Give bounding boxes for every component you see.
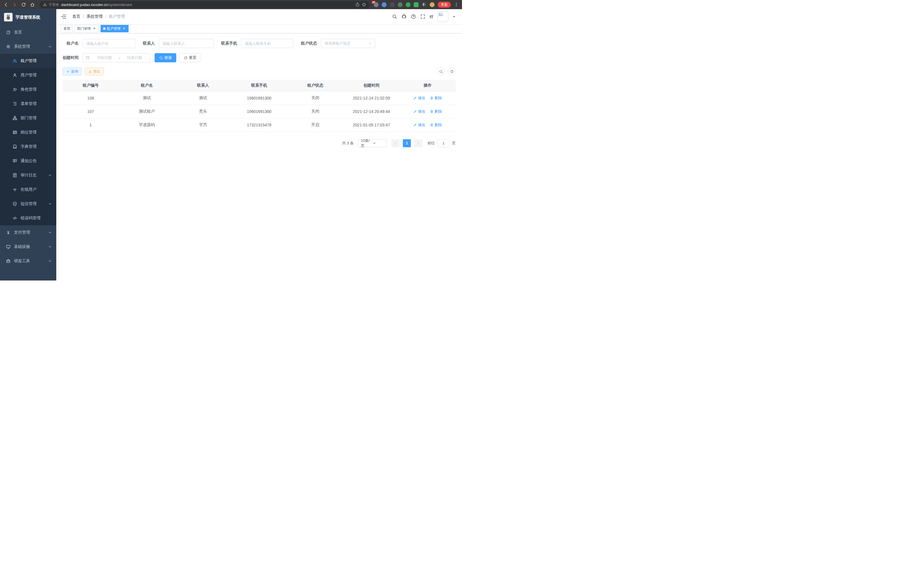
browser-menu-icon[interactable] — [454, 2, 459, 7]
font-size-icon[interactable]: tT — [430, 14, 433, 19]
contact-label: 联系人 — [143, 41, 159, 46]
sidebar-item-system[interactable]: 系统管理 — [0, 39, 56, 54]
search-button[interactable]: 搜索 — [154, 53, 176, 62]
notice-icon — [13, 159, 17, 163]
phone-input[interactable] — [241, 39, 293, 48]
address-bar[interactable]: 不安全 dashboard.yudao.iocoder.cn/system/te… — [39, 1, 370, 8]
filter-form: 租户名 联系人 联系手机 租户状态 — [63, 39, 456, 62]
extension-badged-icon[interactable]: 10 — [374, 2, 379, 7]
next-page-button[interactable] — [414, 139, 422, 147]
security-label[interactable]: 不安全 — [49, 2, 59, 7]
update-button[interactable]: 更新 — [438, 2, 451, 8]
create-time-range-picker[interactable]: 开始日期 - 结束日期 — [82, 53, 151, 62]
avatar[interactable] — [437, 11, 448, 22]
sidebar-item-dict[interactable]: 字典管理 — [0, 140, 56, 154]
extension-muted-green-icon[interactable] — [398, 2, 403, 7]
sidebar-item-online-user[interactable]: 在线用户 — [0, 182, 56, 197]
tab-tenant[interactable]: 租户管理× — [100, 25, 129, 32]
table-row: 108测试测试15601691300关闭2021-12-14 21:02:09修… — [63, 91, 456, 105]
search-icon[interactable] — [392, 14, 397, 19]
cell-phone: 15601691300 — [231, 105, 287, 118]
sidebar-item-audit-log[interactable]: 审计日志 — [0, 168, 56, 182]
cell-created: 2021-12-14 21:02:09 — [344, 91, 400, 105]
breadcrumb: 首页/系统管理/租户管理 — [72, 14, 125, 19]
sidebar-item-home[interactable]: 首页 — [0, 25, 56, 39]
prev-page-button[interactable] — [392, 139, 399, 147]
sidebar-item-infra[interactable]: 基础设施 — [0, 240, 56, 254]
github-icon[interactable] — [401, 14, 406, 19]
browser-extensions-area: 10 更新 — [372, 2, 459, 8]
share-icon[interactable] — [355, 2, 360, 7]
tab-close-icon[interactable]: × — [92, 27, 96, 31]
column-header: 租户编号 — [63, 80, 119, 91]
sidebar-item-label: 岗位管理 — [21, 130, 52, 135]
sidebar-item-role[interactable]: 角色管理 — [0, 82, 56, 97]
forward-icon — [12, 2, 17, 7]
hamburger-icon[interactable] — [61, 14, 67, 20]
sidebar-item-user[interactable]: 用户管理 — [0, 68, 56, 82]
sidebar-item-dept[interactable]: 部门管理 — [0, 111, 56, 125]
tenant-status-select[interactable]: 请选择租户状态 — [321, 39, 375, 48]
tenant-name-input[interactable] — [82, 39, 135, 48]
reset-button[interactable]: 重置 — [179, 53, 201, 62]
edit-button[interactable]: 修改 — [413, 122, 425, 128]
sidebar-item-label: 错误码管理 — [21, 216, 52, 221]
extensions-puzzle-icon[interactable] — [422, 2, 427, 7]
refresh-table-button[interactable] — [448, 68, 456, 75]
extension-blue-drop-icon[interactable] — [382, 2, 387, 7]
calendar-icon — [86, 56, 90, 60]
toggle-search-button[interactable] — [437, 68, 445, 75]
infra-icon — [6, 244, 10, 249]
reload-icon[interactable] — [21, 2, 26, 7]
back-icon[interactable] — [3, 2, 8, 7]
edit-button[interactable]: 修改 — [413, 96, 425, 101]
active-tab-dot — [103, 27, 105, 30]
sidebar-item-payment[interactable]: 支付管理 — [0, 225, 56, 240]
add-button-label: 新增 — [71, 69, 78, 74]
sidebar-item-notice[interactable]: 通知公告 — [0, 154, 56, 168]
contact-input[interactable] — [159, 39, 214, 48]
help-icon[interactable] — [411, 14, 416, 19]
logo[interactable]: 芋道管理系统 — [0, 9, 56, 25]
edit-button[interactable]: 修改 — [413, 109, 425, 114]
delete-button[interactable]: 删除 — [430, 96, 442, 101]
cell-id: 107 — [63, 105, 119, 118]
export-button[interactable]: 导出 — [85, 68, 104, 75]
sidebar-item-menu[interactable]: 菜单管理 — [0, 97, 56, 111]
chevron-left-icon — [394, 141, 397, 145]
page-size-select[interactable]: 10条/页 — [358, 139, 387, 147]
sidebar-item-post[interactable]: 岗位管理 — [0, 125, 56, 140]
delete-icon — [430, 110, 434, 113]
chevron-down-icon — [48, 245, 52, 248]
extension-dark-sphere-icon[interactable] — [390, 2, 394, 7]
extension-green-circle-icon[interactable] — [406, 2, 411, 7]
tab-close-icon[interactable]: × — [122, 27, 126, 31]
browser-home-icon[interactable] — [30, 2, 35, 7]
extension-green-chat-icon[interactable] — [414, 2, 418, 7]
sidebar-item-sms[interactable]: 短信管理 — [0, 197, 56, 211]
audit-log-icon — [13, 173, 17, 177]
delete-button[interactable]: 删除 — [430, 109, 442, 114]
delete-button[interactable]: 删除 — [430, 122, 442, 128]
caret-down-icon[interactable] — [453, 15, 456, 18]
cell-status: 关闭 — [287, 91, 344, 105]
bookmark-star-icon[interactable] — [362, 2, 366, 7]
edit-button-label: 修改 — [418, 122, 425, 128]
breadcrumb-item[interactable]: 首页 — [72, 14, 80, 19]
tenant-icon — [13, 59, 17, 63]
add-button[interactable]: 新增 — [63, 68, 82, 75]
goto-page-input[interactable] — [437, 139, 450, 147]
sidebar-item-error-code[interactable]: 错误码管理 — [0, 211, 56, 225]
page-number-1[interactable]: 1 — [403, 139, 411, 147]
tab-dept[interactable]: 部门管理× — [75, 25, 99, 32]
cell-contact: 芋艿 — [175, 118, 231, 132]
sidebar-item-devtools[interactable]: 研发工具 — [0, 254, 56, 268]
tab-home[interactable]: 首页 — [61, 25, 73, 32]
sidebar-item-tenant[interactable]: 租户管理 — [0, 54, 56, 68]
fullscreen-icon[interactable] — [420, 14, 425, 19]
tenant-table: 租户编号租户名联系人联系手机租户状态创建时间操作 108测试测试15601691… — [63, 80, 456, 132]
breadcrumb-item[interactable]: 系统管理 — [87, 14, 103, 19]
profile-avatar[interactable] — [430, 2, 435, 7]
cell-status: 关闭 — [287, 105, 344, 118]
sidebar-item-label: 支付管理 — [14, 230, 48, 235]
